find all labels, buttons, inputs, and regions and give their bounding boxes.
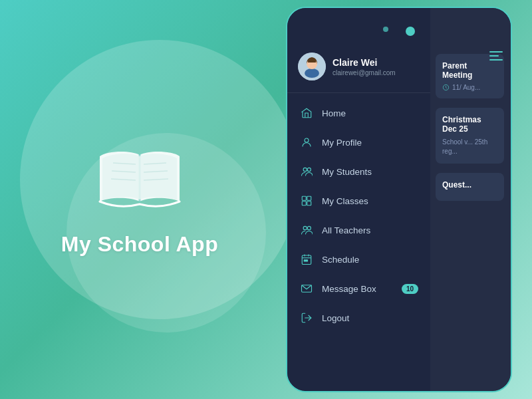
svg-point-10 bbox=[303, 168, 307, 171]
app-title: My School App bbox=[61, 232, 218, 257]
phone-border: Claire Wei clairewei@gmail.com Home bbox=[286, 7, 512, 392]
svg-point-16 bbox=[303, 226, 307, 229]
event-meta-parent-meeting: 11/ Aug... bbox=[442, 84, 497, 91]
clock-icon bbox=[442, 84, 450, 91]
users-alt-icon bbox=[299, 223, 314, 237]
phone-dots bbox=[383, 27, 415, 36]
svg-rect-22 bbox=[304, 260, 305, 261]
phone-frame: Claire Wei clairewei@gmail.com Home bbox=[253, 0, 532, 399]
sidebar-item-label-my-students: My Students bbox=[322, 167, 372, 177]
svg-point-11 bbox=[307, 168, 311, 171]
event-title-parent-meeting: ParentMeeting bbox=[442, 61, 497, 80]
svg-rect-15 bbox=[307, 201, 311, 205]
sidebar-item-label-message-box: Message Box bbox=[322, 284, 376, 294]
svg-rect-14 bbox=[302, 201, 306, 205]
sidebar-item-all-teachers[interactable]: All Teachers bbox=[287, 215, 430, 245]
sidebar-item-my-profile[interactable]: My Profile bbox=[287, 128, 430, 157]
event-card-partial: Quest... bbox=[436, 173, 504, 201]
event-title-partial: Quest... bbox=[442, 180, 497, 190]
sidebar-item-label-home: Home bbox=[322, 108, 346, 118]
event-desc-christmas: School v... 25th reg... bbox=[442, 138, 497, 156]
sidebar-item-my-classes[interactable]: My Classes bbox=[287, 186, 430, 215]
calendar-icon bbox=[299, 252, 314, 267]
event-card-parent-meeting: ParentMeeting 11/ Aug... bbox=[436, 54, 504, 98]
phone-screen: Claire Wei clairewei@gmail.com Home bbox=[287, 8, 511, 391]
sidebar: Claire Wei clairewei@gmail.com Home bbox=[287, 8, 430, 391]
svg-rect-13 bbox=[307, 196, 311, 200]
left-side: My School App bbox=[0, 0, 279, 399]
sidebar-item-label-schedule: Schedule bbox=[322, 255, 359, 265]
event-card-christmas: ChristmasDec 25 School v... 25th reg... bbox=[436, 108, 504, 164]
right-panel-content: ParentMeeting 11/ Aug... ChristmasDec 25… bbox=[430, 54, 511, 201]
sidebar-item-logout[interactable]: Logout bbox=[287, 303, 430, 332]
logout-icon bbox=[299, 311, 314, 325]
hamburger-line-3 bbox=[489, 59, 503, 61]
sidebar-item-label-all-teachers: All Teachers bbox=[322, 225, 370, 235]
hamburger-line-1 bbox=[489, 51, 503, 53]
hamburger-menu[interactable] bbox=[489, 51, 503, 61]
svg-point-17 bbox=[307, 226, 311, 229]
user-icon bbox=[299, 135, 314, 150]
svg-point-7 bbox=[305, 68, 319, 78]
sidebar-item-label-my-classes: My Classes bbox=[322, 196, 368, 206]
sidebar-item-message-box[interactable]: Message Box 10 bbox=[287, 274, 430, 303]
user-info: Claire Wei clairewei@gmail.com bbox=[287, 45, 430, 93]
sidebar-item-home[interactable]: Home bbox=[287, 98, 430, 128]
avatar bbox=[298, 53, 326, 80]
svg-rect-23 bbox=[306, 260, 307, 261]
mail-icon bbox=[299, 281, 314, 296]
camera-dot-large bbox=[406, 27, 415, 36]
event-title-christmas: ChristmasDec 25 bbox=[442, 115, 497, 134]
sidebar-item-label-my-profile: My Profile bbox=[322, 138, 362, 148]
hamburger-line-2 bbox=[489, 55, 499, 57]
home-icon bbox=[299, 106, 314, 120]
svg-rect-12 bbox=[302, 196, 306, 200]
sidebar-item-label-logout: Logout bbox=[322, 313, 349, 323]
users-icon bbox=[299, 164, 314, 179]
message-badge: 10 bbox=[402, 284, 418, 294]
camera-dot-small bbox=[383, 27, 388, 32]
user-email: clairewei@gmail.com bbox=[332, 69, 396, 76]
user-name: Claire Wei bbox=[332, 57, 396, 68]
sidebar-item-schedule[interactable]: Schedule bbox=[287, 245, 430, 274]
grid-icon bbox=[299, 194, 314, 208]
book-icon bbox=[93, 143, 186, 216]
sidebar-item-my-students[interactable]: My Students bbox=[287, 157, 430, 186]
right-panel: ParentMeeting 11/ Aug... ChristmasDec 25… bbox=[430, 8, 511, 391]
svg-point-9 bbox=[305, 138, 309, 142]
user-text: Claire Wei clairewei@gmail.com bbox=[332, 57, 396, 76]
